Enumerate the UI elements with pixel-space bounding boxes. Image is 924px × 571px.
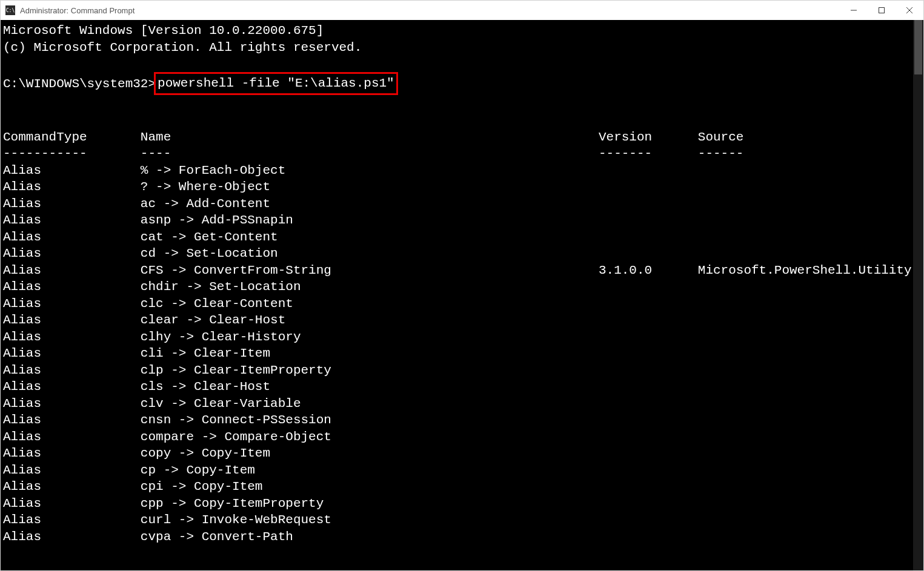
close-icon (906, 7, 912, 13)
highlighted-command: powershell -file "E:\alias.ps1" (154, 72, 398, 95)
title-bar[interactable]: C:\ Administrator: Command Prompt (1, 1, 923, 20)
window-title: Administrator: Command Prompt (20, 6, 135, 15)
minimize-icon (851, 7, 857, 13)
minimize-button[interactable] (840, 1, 868, 20)
maximize-icon (879, 7, 885, 13)
terminal-output[interactable]: Microsoft Windows [Version 10.0.22000.67… (1, 20, 913, 570)
window-controls (840, 1, 923, 20)
svg-rect-1 (879, 8, 885, 13)
maximize-button[interactable] (868, 1, 896, 20)
close-button[interactable] (896, 1, 923, 20)
vertical-scrollbar[interactable] (913, 20, 923, 570)
scrollbar-thumb[interactable] (914, 20, 922, 74)
command-prompt-window: C:\ Administrator: Command Prompt Micros… (0, 0, 924, 571)
terminal-area: Microsoft Windows [Version 10.0.22000.67… (1, 20, 923, 570)
cmd-icon: C:\ (5, 5, 15, 15)
